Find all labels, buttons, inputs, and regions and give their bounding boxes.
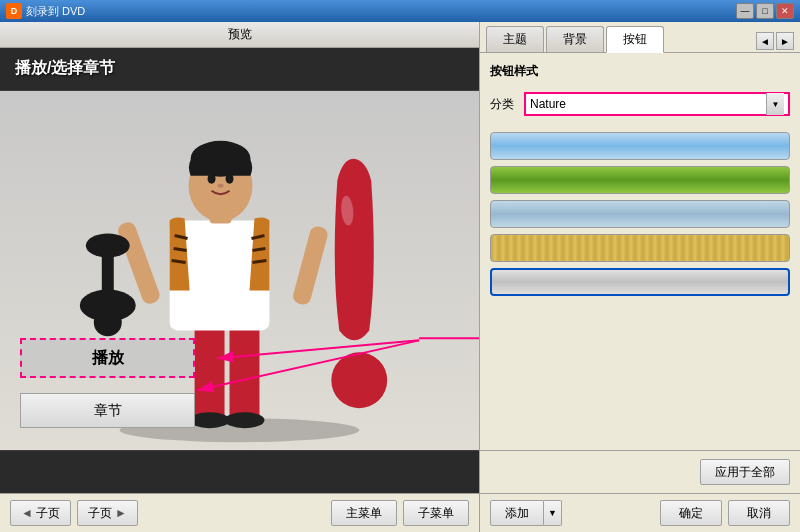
right-bottom: 应用于全部 (480, 450, 800, 493)
svg-line-8 (174, 249, 187, 251)
style-row-3 (490, 200, 790, 228)
svg-point-16 (208, 174, 216, 184)
tab-background[interactable]: 背景 (546, 26, 604, 52)
close-button[interactable]: ✕ (776, 3, 794, 19)
tab-button[interactable]: 按钮 (606, 26, 664, 53)
confirm-button[interactable]: 确定 (660, 500, 722, 526)
add-dropdown-arrow[interactable]: ▼ (544, 500, 562, 526)
category-select[interactable]: Nature ▼ (524, 92, 790, 116)
left-panel: 预览 (0, 22, 480, 532)
button-style-gold[interactable] (490, 234, 790, 262)
window-title: 刻录到 DVD (26, 4, 85, 19)
apply-all-button[interactable]: 应用于全部 (700, 459, 790, 485)
title-bar: D 刻录到 DVD — □ ✕ (0, 0, 800, 22)
button-style-blue-muted[interactable] (490, 200, 790, 228)
svg-point-18 (218, 184, 224, 188)
add-btn-group: 添加 ▼ (490, 500, 562, 526)
next-page-button[interactable]: 子页 ► (77, 500, 138, 526)
tab-nav-buttons: ◄ ► (756, 32, 794, 52)
svg-line-9 (172, 261, 186, 263)
style-row-4 (490, 234, 790, 262)
bottom-buttons: 添加 ▼ 确定 取消 (480, 493, 800, 532)
svg-point-23 (94, 308, 122, 336)
tab-next-button[interactable]: ► (776, 32, 794, 50)
preview-header: 预览 (0, 22, 479, 48)
title-bar-controls: — □ ✕ (736, 3, 794, 19)
preview-label: 播放/选择章节 (15, 58, 115, 79)
category-label: 分类 (490, 96, 518, 113)
svg-rect-2 (195, 320, 225, 420)
style-row-5 (490, 268, 790, 296)
tab-theme[interactable]: 主题 (486, 26, 544, 52)
svg-point-17 (226, 174, 234, 184)
left-arrow-icon: ◄ (21, 506, 33, 520)
add-button[interactable]: 添加 (490, 500, 544, 526)
sub-menu-button[interactable]: 子菜单 (403, 500, 469, 526)
main-menu-button[interactable]: 主菜单 (331, 500, 397, 526)
right-content: 按钮样式 分类 Nature ▼ (480, 53, 800, 450)
preview-title: 预览 (228, 27, 252, 41)
maximize-button[interactable]: □ (756, 3, 774, 19)
tab-prev-button[interactable]: ◄ (756, 32, 774, 50)
svg-point-25 (331, 352, 387, 408)
app-icon: D (6, 3, 22, 19)
button-style-gray-selected[interactable] (490, 268, 790, 296)
main-window: 预览 (0, 22, 800, 532)
svg-line-11 (252, 249, 265, 251)
style-row-1 (490, 132, 790, 160)
tabs-bar: 主题 背景 按钮 ◄ ► (480, 22, 800, 53)
prev-page-button[interactable]: ◄ 子页 (10, 500, 71, 526)
category-row: 分类 Nature ▼ (490, 92, 790, 116)
play-button[interactable]: 播放 (20, 338, 195, 378)
svg-point-5 (225, 412, 265, 428)
button-style-green[interactable] (490, 166, 790, 194)
button-styles-list (490, 132, 790, 296)
bottom-nav: ◄ 子页 子页 ► 主菜单 子菜单 (0, 493, 479, 532)
svg-rect-3 (230, 320, 260, 420)
svg-line-12 (252, 261, 266, 263)
minimize-button[interactable]: — (736, 3, 754, 19)
cancel-button[interactable]: 取消 (728, 500, 790, 526)
dropdown-arrow-icon[interactable]: ▼ (766, 93, 784, 115)
title-bar-left: D 刻录到 DVD (6, 3, 85, 19)
button-style-blue-light[interactable] (490, 132, 790, 160)
chapter-button[interactable]: 章节 (20, 393, 195, 428)
right-panel: 主题 背景 按钮 ◄ ► 按钮样式 分类 Nature ▼ (480, 22, 800, 532)
style-row-2 (490, 166, 790, 194)
section-title: 按钮样式 (490, 63, 790, 80)
preview-area: 播放/选择章节 播放 章节 (0, 48, 479, 493)
right-arrow-icon: ► (115, 506, 127, 520)
svg-point-4 (190, 412, 230, 428)
